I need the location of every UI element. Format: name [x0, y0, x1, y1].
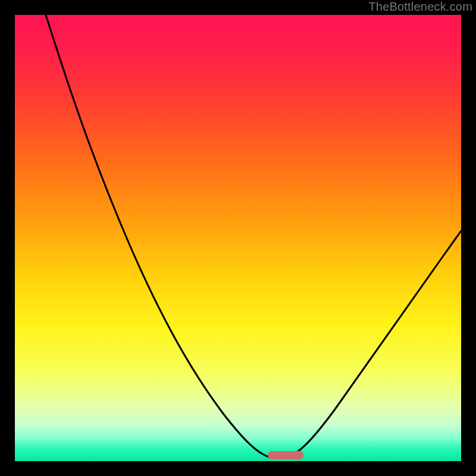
chart-frame: TheBottleneck.com [0, 0, 476, 476]
watermark-text: TheBottleneck.com [368, 0, 472, 14]
optimal-marker [268, 451, 303, 459]
bottleneck-curve-path [46, 15, 461, 458]
bottleneck-curve [15, 15, 461, 461]
